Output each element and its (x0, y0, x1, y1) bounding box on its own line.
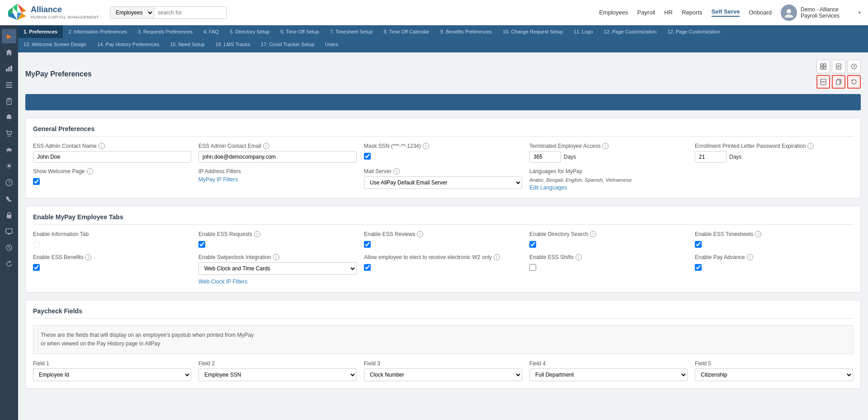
enable-ess-reviews-checkbox[interactable] (364, 241, 371, 248)
sidebar-item-graduation[interactable] (2, 143, 16, 157)
tab-change-request[interactable]: 10. Change Request Setup (497, 25, 568, 38)
ess-admin-name-info[interactable]: i (99, 143, 105, 149)
sidebar-item-clock[interactable] (2, 241, 16, 255)
enable-ess-benefits-checkbox[interactable] (33, 264, 40, 271)
mail-server-info[interactable]: i (393, 168, 400, 175)
enable-pay-advance-field: Enable Pay Advance i (695, 254, 853, 271)
mail-server-select[interactable]: Use AllPay Default Email Server Custom S… (364, 176, 522, 189)
tab-preferences[interactable]: 1. Preferences (18, 25, 63, 38)
sidebar-item-home[interactable] (2, 45, 16, 60)
sidebar-item-light[interactable] (2, 159, 16, 174)
enable-pay-advance-checkbox[interactable] (695, 264, 702, 271)
enable-ess-shifts-info[interactable]: i (576, 254, 582, 260)
allow-w2-checkbox[interactable] (364, 264, 371, 271)
ess-admin-name-input[interactable] (33, 151, 191, 163)
tab-requests-prefs[interactable]: 3. Requests Preferences (132, 25, 198, 38)
enable-ess-shifts-checkbox[interactable] (529, 264, 536, 271)
enable-ess-requests-checkbox[interactable] (198, 241, 205, 248)
tab-welcome-screen[interactable]: 13. Welcome Screen Design (18, 38, 92, 51)
tab-info-prefs[interactable]: 2. Information Preferences (63, 25, 132, 38)
sidebar-item-list[interactable] (2, 78, 16, 92)
enable-directory-search-checkbox[interactable] (529, 241, 536, 248)
nav-employees[interactable]: Employees (599, 9, 628, 16)
field4-select[interactable]: Full Department Employee Id Employee SSN… (529, 368, 688, 381)
sidebar-item-phone[interactable] (2, 192, 16, 206)
toolbar-revert-button[interactable] (847, 75, 861, 89)
sidebar-item-charts[interactable] (2, 61, 16, 76)
show-welcome-page-checkbox[interactable] (33, 178, 40, 185)
ess-admin-email-input[interactable] (198, 151, 357, 163)
tab-directory-setup[interactable]: 5. Directory Setup (224, 25, 275, 38)
nav-payroll[interactable]: Payroll (637, 9, 655, 16)
search-input[interactable] (154, 7, 226, 18)
toolbar-history-button[interactable] (847, 60, 861, 73)
field2-select[interactable]: Employee SSN Employee Id Clock Number Fu… (198, 368, 357, 381)
tab-timesheet-setup[interactable]: 7. Timesheet Setup (325, 25, 378, 38)
nav-self-serve[interactable]: Self Serve (712, 8, 740, 17)
mail-server-label: Mail Server i (364, 168, 522, 175)
toolbar-doc-button[interactable] (832, 60, 845, 73)
tab-page-customization-1[interactable]: 12. Page Customization (599, 25, 662, 38)
toolbar-collapse-button[interactable] (816, 75, 830, 89)
sidebar-item-question[interactable]: ? (2, 175, 16, 190)
paycheck-fields-title: Paycheck Fields (33, 307, 853, 319)
tab-lms-tracks[interactable]: 16. LMS Tracks (210, 38, 255, 51)
enable-ess-timesheets-checkbox[interactable] (695, 241, 702, 248)
svg-point-20 (8, 136, 9, 137)
nav-hr[interactable]: HR (664, 9, 673, 16)
tab-users[interactable]: Users (320, 38, 344, 51)
allow-w2-info[interactable]: i (494, 254, 500, 260)
enable-info-tab-checkbox[interactable] (33, 241, 40, 248)
enable-ess-benefits-info[interactable]: i (85, 254, 91, 260)
enable-ess-requests-info[interactable]: i (254, 231, 260, 237)
logo-sub: Human Capital Management (31, 15, 99, 20)
enable-swipeclock-info[interactable]: i (273, 254, 279, 260)
nav-onboard[interactable]: Onboard (749, 9, 772, 16)
show-welcome-page-info[interactable]: i (87, 168, 93, 175)
tab-pay-history-prefs[interactable]: 14. Pay History Preferences (92, 38, 165, 51)
sidebar-item-clipboard[interactable] (2, 94, 16, 109)
sidebar-item-bell[interactable] (2, 110, 16, 125)
paycheck-desc-line1: These are the fields that will display o… (41, 331, 845, 340)
sidebar-item-desktop[interactable] (2, 224, 16, 239)
mask-ssn-checkbox[interactable] (364, 153, 371, 160)
enable-pay-advance-info[interactable]: i (747, 254, 753, 260)
sidebar-item-expand[interactable]: ▶ (2, 29, 16, 43)
field5-select[interactable]: Citizenship Employee Id Employee SSN Clo… (695, 368, 853, 381)
toolbar-copy-button[interactable] (832, 75, 845, 89)
tab-benefits-prefs[interactable]: 9. Benefits Preferences (435, 25, 497, 38)
tab-need-setup[interactable]: 15. Need Setup (165, 38, 210, 51)
enrollment-letter-info[interactable]: i (807, 143, 814, 149)
enable-ess-reviews-info[interactable]: i (417, 231, 423, 237)
svg-rect-29 (9, 233, 9, 234)
enrollment-letter-input[interactable] (695, 151, 726, 163)
sidebar-item-lock[interactable] (2, 208, 16, 222)
tab-time-off-calendar[interactable]: 8. Time Off Calendar (378, 25, 434, 38)
svg-rect-13 (6, 82, 12, 83)
field3-select[interactable]: Clock Number Employee Id Employee SSN Fu… (364, 368, 522, 381)
toolbar-grid-button[interactable] (816, 60, 830, 73)
sidebar-item-cart[interactable] (2, 127, 16, 141)
enable-swipeclock-select[interactable]: Web Clock and Time Cards Time Cards Only… (198, 262, 357, 275)
ess-admin-email-info[interactable]: i (263, 143, 269, 149)
terminated-access-info[interactable]: i (602, 143, 609, 149)
mask-ssn-info[interactable]: i (423, 143, 429, 149)
nav-reports[interactable]: Reports (682, 9, 703, 16)
ess-admin-name-label: ESS Admin Contact Name i (33, 143, 191, 149)
edit-languages-link[interactable]: Edit Languages (529, 184, 853, 191)
terminated-access-input[interactable] (529, 151, 561, 163)
tab-faq[interactable]: 4. FAQ (198, 25, 224, 38)
enable-directory-search-info[interactable]: i (590, 231, 596, 237)
search-type-dropdown[interactable]: Employees (110, 7, 154, 19)
tab-time-off-setup[interactable]: 6. Time Off Setup (275, 25, 324, 38)
tab-page-customization-2[interactable]: 12. Page Customization (662, 25, 726, 38)
field1-select[interactable]: Employee Id Employee SSN Clock Number Fu… (33, 368, 191, 381)
sidebar-item-refresh[interactable] (2, 257, 16, 271)
ip-address-link[interactable]: MyPay IP Filters (198, 176, 357, 183)
tab-logo[interactable]: 11. Logo (568, 25, 599, 38)
enable-ess-timesheets-info[interactable]: i (755, 231, 761, 237)
svg-rect-15 (6, 87, 12, 88)
tab-covid-tracker[interactable]: 17. Covid Tracker Setup (255, 38, 320, 51)
webclock-ip-filters-link[interactable]: Web Clock IP Filters (198, 278, 357, 285)
user-area[interactable]: Demo - Alliance Payroll Services ▾ (781, 5, 861, 21)
